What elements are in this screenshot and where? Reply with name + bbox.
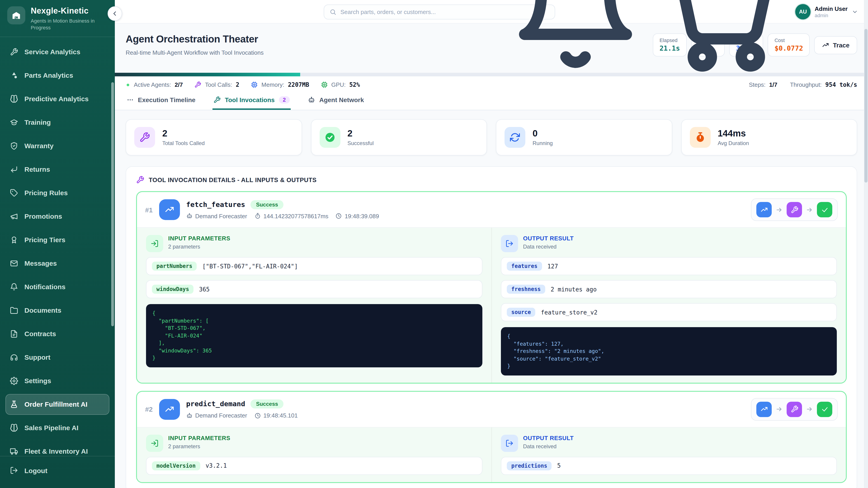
agent-name: Demand Forecaster: [195, 213, 247, 219]
param-row: windowDays 365: [146, 280, 483, 298]
sidebar-item-settings[interactable]: Settings: [5, 370, 110, 391]
metric-steps: Steps: 1/7: [749, 81, 777, 88]
stopwatch-icon: [690, 127, 710, 148]
sidebar-item-pricing-rules[interactable]: Pricing Rules: [5, 182, 110, 203]
clock-icon: [254, 412, 260, 419]
output-icon: [501, 434, 518, 452]
sidebar-item-label: Sales Pipeline AI: [24, 424, 79, 431]
page-scrollbar[interactable]: [864, 0, 868, 488]
stat-value: 2: [162, 128, 205, 139]
trending-up-icon: [159, 199, 180, 220]
metric-value: 954 tok/s: [825, 81, 857, 88]
invocation-header: #2 predict_demand Success Demand Forecas…: [137, 392, 846, 427]
trending-up-icon: [756, 202, 772, 217]
input-parameters-column: INPUT PARAMETERS 2 parameters modelVersi…: [137, 427, 491, 482]
trending-up-icon: [822, 41, 829, 48]
metric-throughput: Throughput: 954 tok/s: [790, 81, 857, 88]
robot-icon: [186, 412, 192, 419]
sidebar-item-training[interactable]: Training: [5, 112, 110, 133]
sidebar-item-label: Parts Analytics: [24, 71, 73, 79]
arrow-right-icon: [806, 206, 813, 213]
shield-check-icon: [10, 142, 18, 150]
sidebar-item-label: Returns: [24, 165, 50, 173]
brand-logo: [7, 6, 25, 24]
sidebar-item-notifications[interactable]: Notifications: [5, 276, 110, 297]
param-value: 5: [557, 462, 561, 469]
invocation-card-1: #1 fetch_features Success Demand Forecas…: [136, 191, 847, 383]
param-key: windowDays: [152, 285, 194, 294]
tab-execution-timeline[interactable]: Execution Timeline: [126, 93, 196, 110]
sidebar-item-service-analytics[interactable]: Service Analytics: [5, 41, 110, 62]
notifications-button[interactable]: 4: [508, 0, 643, 79]
robot-icon: [186, 213, 192, 219]
shapes-icon: [10, 71, 18, 79]
sidebar-item-pricing-tiers[interactable]: Pricing Tiers: [5, 229, 110, 250]
tab-label: Agent Network: [319, 96, 364, 103]
logout-button[interactable]: Logout: [5, 460, 110, 481]
sidebar-item-label: Support: [24, 353, 51, 361]
sidebar-item-contracts[interactable]: Contracts: [5, 323, 110, 344]
duration-meta: 144.14232077578617ms: [254, 213, 329, 219]
sidebar-item-label: Notifications: [24, 283, 66, 291]
page-scrollbar-thumb[interactable]: [864, 29, 868, 183]
sidebar-item-messages[interactable]: Messages: [5, 253, 110, 273]
metric-label: Active Agents:: [134, 81, 171, 88]
megaphone-icon: [10, 212, 18, 220]
input-icon: [146, 235, 163, 252]
page-subtitle: Real-time Multi-Agent Workflow with Tool…: [126, 49, 264, 56]
sidebar-item-label: Service Analytics: [24, 48, 80, 56]
invocation-card-2: #2 predict_demand Success Demand Forecas…: [136, 391, 847, 483]
metric-gpu: GPU: 52%: [321, 81, 360, 88]
metric-value: 2: [236, 81, 239, 88]
gpu-chip-icon: [321, 81, 328, 88]
tool-invocation-panel: TOOL INVOCATION DETAILS - ALL INPUTS & O…: [126, 166, 857, 488]
param-row: modelVersion v3.2.1: [146, 457, 483, 475]
sidebar-item-warranty[interactable]: Warranty: [5, 135, 110, 156]
param-row: partNumbers ["BT-STD-067","FL-AIR-024"]: [146, 257, 483, 275]
sidebar-item-sales-pipeline-ai[interactable]: Sales Pipeline AI: [5, 417, 110, 438]
output-icon: [501, 235, 518, 252]
time-meta: 19:48:39.089: [336, 213, 379, 219]
trace-label: Trace: [833, 41, 849, 48]
sidebar-item-label: Messages: [24, 259, 57, 267]
tab-tool-invocations[interactable]: Tool Invocations 2: [213, 93, 291, 110]
stopwatch-icon: [254, 213, 260, 219]
tab-bar: Execution Timeline Tool Invocations 2 Ag…: [115, 93, 868, 110]
logout-label: Logout: [24, 466, 48, 474]
trace-button[interactable]: Trace: [814, 36, 857, 54]
tab-agent-network[interactable]: Agent Network: [307, 93, 365, 110]
wrench-icon: [10, 48, 18, 56]
input-icon: [146, 434, 163, 452]
param-key: predictions: [507, 461, 552, 470]
sidebar-scrollbar[interactable]: [111, 82, 114, 326]
tab-label: Execution Timeline: [138, 96, 195, 103]
column-title: OUTPUT RESULT: [523, 235, 574, 242]
invocation-header: #1 fetch_features Success Demand Forecas…: [137, 192, 846, 227]
sidebar-item-returns[interactable]: Returns: [5, 159, 110, 180]
sidebar-collapse-button[interactable]: [107, 6, 122, 21]
metric-tool-calls: Tool Calls: 2: [195, 81, 239, 88]
sidebar-item-support[interactable]: Support: [5, 347, 110, 367]
sidebar-item-label: Contracts: [24, 330, 56, 337]
chevron-down-icon: [852, 8, 858, 15]
user-menu[interactable]: AU Admin User admin: [795, 4, 858, 20]
sidebar-item-parts-analytics[interactable]: Parts Analytics: [5, 65, 110, 86]
sidebar-item-predictive-analytics[interactable]: Predictive Analytics: [5, 88, 110, 109]
param-key: freshness: [507, 285, 545, 294]
param-value: 2 minutes ago: [551, 286, 597, 293]
sidebar-item-order-fulfillment-ai[interactable]: Order Fulfillment AI: [5, 394, 110, 415]
chevron-left-icon: [111, 10, 119, 17]
section-header: TOOL INVOCATION DETAILS - ALL INPUTS & O…: [136, 176, 847, 184]
sidebar-nav: Service Analytics Parts Analytics Predic…: [0, 37, 115, 456]
sidebar-item-promotions[interactable]: Promotions: [5, 206, 110, 227]
status-badge: Success: [251, 399, 283, 409]
time-value: 19:48:45.101: [264, 412, 298, 419]
warehouse-icon: [11, 10, 21, 20]
cart-button[interactable]: [651, 0, 787, 79]
sidebar-item-documents[interactable]: Documents: [5, 300, 110, 321]
sidebar-item-label: Pricing Rules: [24, 189, 68, 197]
sidebar-item-fleet-inventory-ai[interactable]: Fleet & Inventory AI: [5, 441, 110, 456]
app-window: Nexgle-Kinetic Agents in Motion Business…: [0, 0, 868, 488]
metric-value: 2207MB: [288, 81, 309, 88]
clock-icon: [336, 213, 342, 219]
